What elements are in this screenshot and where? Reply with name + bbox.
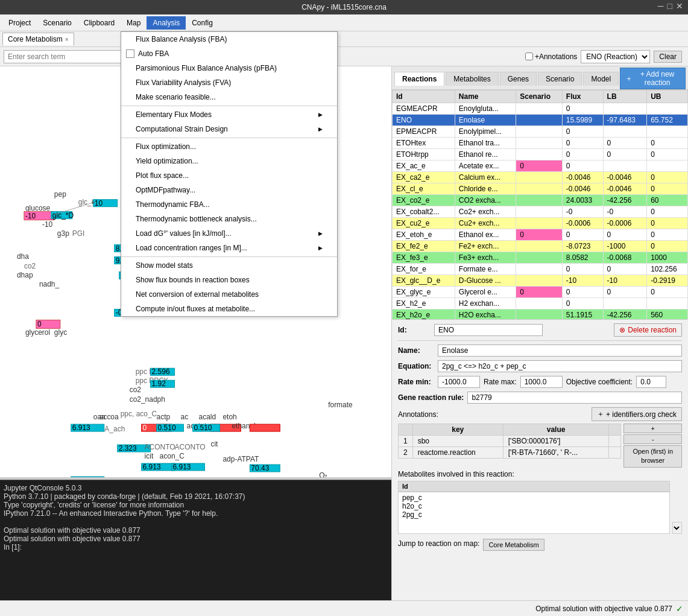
console-line-2: Python 3.7.10 | packaged by conda-forge …: [4, 492, 388, 501]
table-row[interactable]: EGMEACPR Enoylgluta... 0: [393, 103, 688, 115]
cell-scenario: [516, 310, 563, 320]
gene-rule-input[interactable]: [467, 392, 682, 404]
menu-plot-flux[interactable]: Plot flux space...: [121, 168, 337, 183]
table-row[interactable]: EX_fe2_e Fe2+ exch... -8.0723 -1000 0: [393, 241, 688, 252]
table-row[interactable]: EX_h2o_e H2O excha... 51.1915 -42.256 56…: [393, 310, 688, 320]
cell-scenario: [516, 103, 563, 115]
cell-name: Ethanol ex...: [455, 229, 516, 241]
met-2: h2o_c: [402, 502, 666, 510]
cell-ub: 0: [647, 241, 688, 252]
menu-pfba[interactable]: Parsimonious Flux Balance Analysis (pFBA…: [121, 61, 337, 75]
reaction-table-container[interactable]: Id Name Scenario Flux LB UB EGMEACPR Eno…: [392, 90, 688, 319]
annotations-checkbox[interactable]: [525, 52, 533, 60]
close-icon[interactable]: ✕: [676, 1, 683, 11]
table-row[interactable]: ETOHtrpp Ethanol re... 0 0 0: [393, 149, 688, 160]
menu-model-stats[interactable]: Show model stats: [121, 258, 337, 273]
tab-reactions[interactable]: Reactions: [394, 72, 444, 86]
menu-flux-opt[interactable]: Flux optimization...: [121, 139, 337, 154]
clear-btn[interactable]: Clear: [654, 51, 682, 63]
svg-text:2.596: 2.596: [152, 367, 170, 376]
menu-auto-fba[interactable]: Auto FBA: [121, 46, 337, 61]
col-name[interactable]: Name: [455, 90, 516, 103]
table-row[interactable]: EX_glyc_e Glycerol e... 0 0 0 0: [393, 287, 688, 298]
metabolites-scrollbar[interactable]: [672, 522, 682, 534]
table-row[interactable]: EX_cu2_e Cu2+ exch... -0.0006 -0.0006 0: [393, 218, 688, 229]
col-ub[interactable]: UB: [647, 90, 688, 103]
name-input[interactable]: [438, 345, 682, 357]
map-tab[interactable]: Core Metabolism ×: [2, 33, 74, 45]
cell-scenario: 0: [516, 229, 563, 241]
menu-thermo-fba[interactable]: Thermodynamic FBA...: [121, 197, 337, 212]
table-row[interactable]: EX_ac_e Acetate ex... 0 0: [393, 160, 688, 172]
col-flux[interactable]: Flux: [562, 90, 603, 103]
table-row[interactable]: EX_co2_e CO2 excha... 24.0033 -42.256 60: [393, 195, 688, 206]
table-row[interactable]: EX_etoh_e Ethanol ex... 0 0 0 0: [393, 229, 688, 241]
rate-min-input[interactable]: [438, 376, 480, 388]
menu-yield-opt[interactable]: Yield optimization...: [121, 154, 337, 168]
menu-project[interactable]: Project: [2, 16, 37, 30]
menu-compute-fluxes[interactable]: Compute in/out fluxes at metabolite...: [121, 302, 337, 316]
table-row[interactable]: EX_fe3_e Fe3+ exch... 8.0582 -0.0068 100…: [393, 252, 688, 264]
menu-efm[interactable]: Elementary Flux Modes: [121, 107, 337, 122]
menu-flux-bounds[interactable]: Show flux bounds in reaction boxes: [121, 273, 337, 287]
tab-model[interactable]: Model: [583, 72, 619, 86]
table-row[interactable]: EX_ca2_e Calcium ex... -0.0046 -0.0046 0: [393, 172, 688, 183]
reaction-dropdown[interactable]: ENO (Reaction): [581, 50, 650, 63]
menu-net-conversion[interactable]: Net conversion of external metabolites: [121, 287, 337, 302]
table-row[interactable]: EX_h2_e H2 exchan... 0: [393, 298, 688, 310]
identifiers-btn[interactable]: ＋ + identifiers.org check: [592, 407, 682, 421]
menu-clipboard[interactable]: Clipboard: [78, 16, 121, 30]
console-line-3: Type 'copyright', 'credits' or 'license'…: [4, 501, 388, 509]
cell-ub: 0: [647, 138, 688, 149]
menu-csd[interactable]: Computational Strain Design: [121, 122, 337, 136]
menu-load-dg[interactable]: Load dG°' values [in kJ/mol]...: [121, 226, 337, 241]
table-row[interactable]: EX_cl_e Chloride e... -0.0046 -0.0046 0: [393, 183, 688, 195]
table-row[interactable]: EX_glc__D_e D-Glucose ... -10 -10 -0.291…: [393, 275, 688, 287]
tab-genes[interactable]: Genes: [500, 72, 537, 86]
rate-max-input[interactable]: [520, 376, 563, 388]
table-row[interactable]: EPMEACPR Enolylpimel... 0: [393, 126, 688, 138]
cell-scenario: 0: [516, 287, 563, 298]
ann-add-btn[interactable]: +: [623, 424, 682, 433]
table-row[interactable]: ENO Enolase 15.5989 -97.6483 65.752: [393, 115, 688, 126]
svg-text:glyc: glyc: [54, 328, 67, 337]
col-lb[interactable]: LB: [603, 90, 647, 103]
add-reaction-btn[interactable]: ＋ + Add new reaction: [620, 68, 686, 89]
ann-remove-btn[interactable]: -: [623, 434, 682, 444]
minimize-icon[interactable]: ─: [658, 1, 664, 11]
menu-fba[interactable]: Flux Balance Analysis (FBA): [121, 32, 337, 46]
delete-reaction-btn[interactable]: ⊗ Delete reaction: [614, 323, 682, 337]
menu-analysis[interactable]: Analysis: [147, 16, 186, 30]
cell-id: EX_glc__D_e: [393, 275, 455, 287]
menu-fva[interactable]: Flux Variability Analysis (FVA): [121, 75, 337, 90]
menu-load-conc[interactable]: Load concentration ranges [in M]...: [121, 241, 337, 255]
maximize-icon[interactable]: □: [667, 1, 672, 11]
obj-coeff-input[interactable]: [636, 376, 666, 388]
col-id[interactable]: Id: [393, 90, 455, 103]
ann-actions: + - Open (first) in browser: [623, 424, 682, 468]
tab-metabolites[interactable]: Metabolites: [446, 72, 498, 86]
metabolites-list[interactable]: pep_c h2o_c 2pg_c: [398, 492, 670, 534]
menu-optmdf[interactable]: OptMDFpathway...: [121, 183, 337, 197]
cell-name: D-Glucose ...: [455, 275, 516, 287]
table-row[interactable]: EX_for_e Formate e... 0 0 102.256: [393, 264, 688, 275]
menu-thermo-bottleneck[interactable]: Thermodynamic bottleneck analysis...: [121, 212, 337, 226]
map-tab-close[interactable]: ×: [65, 36, 69, 43]
col-scenario[interactable]: Scenario: [516, 90, 563, 103]
menu-config[interactable]: Config: [186, 16, 219, 30]
auto-fba-checkbox[interactable]: [126, 49, 134, 58]
table-row[interactable]: EX_cobalt2... Co2+ exch... -0 -0 0: [393, 206, 688, 218]
menu-scenario[interactable]: Scenario: [37, 16, 77, 30]
equation-input[interactable]: [438, 360, 682, 372]
menu-map[interactable]: Map: [121, 16, 147, 30]
menu-feasible[interactable]: Make scenario feasible...: [121, 90, 337, 104]
cell-scenario: [516, 218, 563, 229]
rate-min-label: Rate min:: [398, 378, 434, 386]
cell-lb: -0.0046: [603, 183, 647, 195]
id-input[interactable]: [434, 324, 543, 336]
open-browser-btn[interactable]: Open (first) in browser: [623, 445, 682, 468]
cell-flux: -10: [562, 275, 603, 287]
tab-scenario[interactable]: Scenario: [538, 72, 582, 86]
table-row[interactable]: ETOHtex Ethanol tra... 0 0 0: [393, 138, 688, 149]
jump-map-btn[interactable]: Core Metabolism: [483, 539, 544, 551]
